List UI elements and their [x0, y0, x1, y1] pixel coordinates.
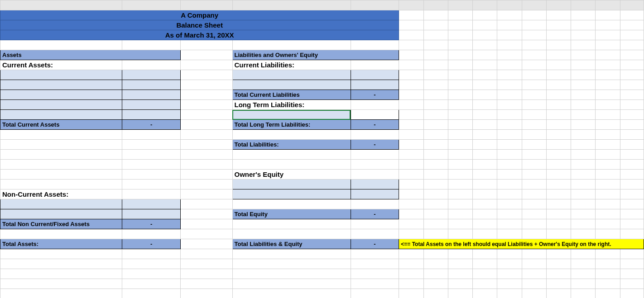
current-asset-value-cell[interactable]	[122, 110, 181, 120]
total-liab-equity-value: -	[351, 239, 399, 249]
current-asset-cell[interactable]	[0, 100, 122, 110]
owners-equity-label: Owner's Equity	[232, 170, 351, 180]
total-liab-value: -	[351, 140, 399, 150]
total-liab-label: Total Liabilities:	[232, 140, 351, 150]
long-term-liab-cell[interactable]	[232, 110, 351, 120]
total-non-current-label: Total Non Current/Fixed Assets	[0, 219, 122, 229]
non-current-asset-cell[interactable]	[0, 199, 122, 209]
total-equity-value: -	[351, 209, 399, 219]
total-non-current-value: -	[122, 219, 181, 229]
equity-cell[interactable]	[232, 180, 351, 189]
equity-cell[interactable]	[232, 189, 351, 199]
total-long-term-liab-value: -	[351, 120, 399, 130]
non-current-assets-label: Non-Current Assets:	[0, 189, 122, 199]
non-current-asset-value-cell[interactable]	[122, 199, 181, 209]
liab-equity-header: Liabilities and Owners' Equity	[232, 50, 399, 60]
long-term-liab-label: Long Term Liabilities:	[232, 100, 351, 110]
header-asof: As of March 31, 20XX	[0, 30, 399, 40]
total-current-assets-label: Total Current Assets	[0, 120, 122, 130]
total-assets-value: -	[122, 239, 181, 249]
current-asset-value-cell[interactable]	[122, 70, 181, 80]
current-asset-value-cell[interactable]	[122, 80, 181, 90]
balance-note: <== Total Assets on the left should equa…	[399, 239, 644, 249]
current-asset-value-cell[interactable]	[122, 100, 181, 110]
long-term-liab-value-cell[interactable]	[351, 110, 399, 120]
current-liab-label: Current Liabilities:	[232, 60, 351, 70]
header-company: A Company	[0, 10, 399, 20]
spreadsheet-grid[interactable]: A Company Balance Sheet As of March 31, …	[0, 0, 644, 298]
total-long-term-liab-label: Total Long Term Liabilities:	[232, 120, 351, 130]
current-asset-cell[interactable]	[0, 110, 122, 120]
current-liab-cell[interactable]	[232, 70, 351, 80]
current-asset-cell[interactable]	[0, 80, 122, 90]
equity-value-cell[interactable]	[351, 189, 399, 199]
total-current-liab-label: Total Current Liabilities	[232, 90, 351, 100]
current-asset-cell[interactable]	[0, 90, 122, 100]
header-title: Balance Sheet	[0, 20, 399, 30]
assets-header: Assets	[0, 50, 181, 60]
total-current-assets-value: -	[122, 120, 181, 130]
current-liab-cell[interactable]	[232, 80, 351, 90]
current-assets-label: Current Assets:	[0, 60, 122, 70]
non-current-asset-cell[interactable]	[0, 209, 122, 219]
current-liab-value-cell[interactable]	[351, 80, 399, 90]
current-asset-cell[interactable]	[0, 70, 122, 80]
non-current-asset-value-cell[interactable]	[122, 209, 181, 219]
total-current-liab-value: -	[351, 90, 399, 100]
total-liab-equity-label: Total Liabilities & Equity	[232, 239, 351, 249]
equity-value-cell[interactable]	[351, 180, 399, 189]
total-equity-label: Total Equity	[232, 209, 351, 219]
current-liab-value-cell[interactable]	[351, 70, 399, 80]
current-asset-value-cell[interactable]	[122, 90, 181, 100]
total-assets-label: Total Assets:	[0, 239, 122, 249]
